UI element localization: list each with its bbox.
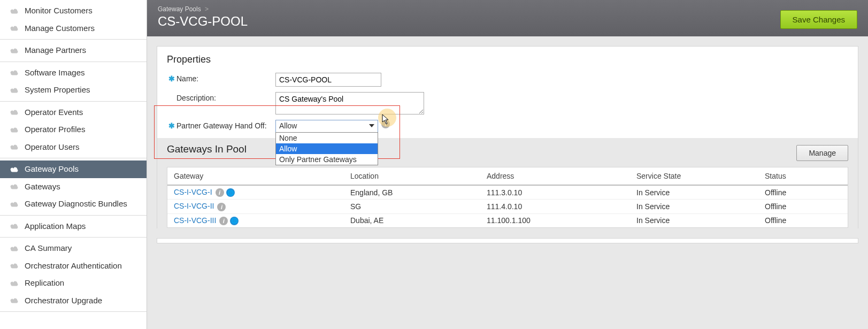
sidebar-item-monitor-customers[interactable]: Monitor Customers [0, 2, 147, 20]
sidebar-item-label: Monitor Customers [25, 5, 93, 17]
cell-service: In Service [630, 213, 758, 227]
cloud-icon [10, 263, 19, 269]
cloud-icon [10, 166, 19, 172]
handoff-select-value: Allow [279, 121, 297, 130]
column-address[interactable]: Address [480, 167, 630, 185]
sidebar-item-gateway-pools[interactable]: Gateway Pools [0, 160, 147, 178]
breadcrumb-root[interactable]: Gateway Pools [158, 5, 201, 13]
sidebar-item-gateways[interactable]: Gateways [0, 178, 147, 196]
cloud-icon [10, 183, 19, 189]
sidebar-item-label: Application Maps [25, 220, 86, 233]
cell-service: In Service [630, 200, 758, 213]
sidebar-item-software-images[interactable]: Software Images [0, 64, 147, 82]
sidebar-item-label: Software Images [25, 67, 85, 79]
cloud-icon [10, 8, 19, 14]
form-row-handoff: ✱ Partner Gateway Hand Off: Allow NoneAl… [167, 120, 848, 133]
description-textarea[interactable] [275, 92, 424, 114]
cloud-icon [10, 297, 19, 303]
cloud-icon [10, 144, 19, 150]
sidebar-item-label: Manage Partners [25, 44, 86, 57]
cloud-icon [10, 280, 19, 286]
manage-button[interactable]: Manage [796, 145, 848, 161]
cell-address: 111.3.0.10 [480, 185, 630, 200]
table-row: CS-I-VCG-IIiSG111.4.0.10In ServiceOfflin… [167, 200, 848, 213]
column-gateway[interactable]: Gateway [167, 167, 344, 185]
form-row-description: ✱ Description: [167, 92, 848, 114]
cloud-icon [10, 223, 19, 229]
column-status[interactable]: Status [758, 167, 848, 185]
form-row-name: ✱ Name: [167, 73, 848, 87]
handoff-dropdown[interactable]: NoneAllowOnly Partner Gateways [275, 132, 378, 165]
cloud-icon [10, 25, 19, 31]
info-icon[interactable]: i [217, 203, 226, 211]
handoff-option-only-partner-gateways[interactable]: Only Partner Gateways [276, 154, 378, 165]
sidebar-item-manage-customers[interactable]: Manage Customers [0, 20, 147, 37]
handoff-option-allow[interactable]: Allow [276, 143, 378, 154]
gateways-table: GatewayLocationAddressService StateStatu… [167, 167, 848, 227]
handoff-option-none[interactable]: None [276, 133, 378, 143]
globe-icon: 🌐 [226, 188, 235, 197]
gateway-link[interactable]: CS-I-VCG-I [174, 188, 212, 196]
main-area: Gateway Pools > CS-VCG-POOL Save Changes… [147, 0, 868, 329]
chevron-down-icon [369, 124, 374, 127]
sidebar-item-manage-partners[interactable]: Manage Partners [0, 42, 147, 59]
cloud-icon [10, 70, 19, 75]
name-label: Name: [176, 73, 275, 83]
gateway-link[interactable]: CS-I-VCG-II [174, 202, 214, 210]
info-icon[interactable]: i [216, 188, 224, 197]
sidebar-item-application-maps[interactable]: Application Maps [0, 218, 147, 235]
sidebar-item-label: Operator Events [25, 106, 83, 119]
globe-icon: 🌐 [230, 217, 239, 225]
name-input[interactable] [275, 73, 381, 87]
column-location[interactable]: Location [344, 167, 480, 185]
cell-status: Offline [758, 213, 848, 227]
required-icon: ✱ [167, 120, 176, 130]
sidebar-item-ca-summary[interactable]: CA Summary [0, 240, 147, 257]
required-icon: ✱ [167, 73, 176, 83]
info-icon[interactable]: i [219, 217, 228, 225]
sidebar-item-operator-profiles[interactable]: Operator Profiles [0, 121, 147, 139]
description-label: Description: [176, 92, 275, 102]
page-title: CS-VCG-POOL [158, 14, 248, 29]
column-service-state[interactable]: Service State [630, 167, 758, 185]
info-icon[interactable]: i [381, 120, 390, 128]
sidebar-item-operator-users[interactable]: Operator Users [0, 139, 147, 156]
cell-location: Dubai, AE [344, 213, 480, 227]
sidebar-item-label: Manage Customers [25, 22, 95, 35]
next-panel [157, 238, 858, 243]
sidebar-item-label: Gateway Pools [25, 163, 79, 175]
sidebar-item-replication[interactable]: Replication [0, 274, 147, 292]
cloud-icon [10, 201, 19, 207]
cloud-icon [10, 127, 19, 133]
save-changes-button[interactable]: Save Changes [780, 10, 857, 29]
cell-service: In Service [630, 185, 758, 200]
sidebar-item-label: System Properties [25, 84, 90, 96]
sidebar-item-label: Operator Users [25, 141, 80, 154]
sidebar-item-label: Operator Profiles [25, 124, 85, 136]
sidebar-item-label: Replication [25, 277, 64, 289]
properties-heading: Properties [167, 54, 848, 65]
breadcrumb-sep: > [205, 5, 209, 13]
sidebar-item-label: Orchestrator Authentication [25, 260, 122, 272]
cell-address: 111.4.0.10 [480, 200, 630, 213]
sidebar-item-gateway-diagnostic-bundles[interactable]: Gateway Diagnostic Bundles [0, 195, 147, 213]
breadcrumb[interactable]: Gateway Pools > [158, 5, 248, 13]
sidebar-item-operator-events[interactable]: Operator Events [0, 104, 147, 121]
cloud-icon [10, 87, 19, 93]
cell-location: England, GB [344, 185, 480, 200]
sidebar-item-orchestrator-upgrade[interactable]: Orchestrator Upgrade [0, 292, 147, 310]
handoff-select[interactable]: Allow [275, 120, 378, 133]
header-bar: Gateway Pools > CS-VCG-POOL Save Changes [147, 0, 868, 36]
handoff-label: Partner Gateway Hand Off: [176, 120, 275, 130]
sidebar-item-system-properties[interactable]: System Properties [0, 81, 147, 99]
cell-status: Offline [758, 185, 848, 200]
cloud-icon [10, 246, 19, 251]
cell-location: SG [344, 200, 480, 213]
gateway-link[interactable]: CS-I-VCG-III [174, 216, 216, 225]
properties-panel: Properties ✱ Name: ✱ Description: ✱ Part… [157, 46, 858, 228]
sidebar-item-label: Orchestrator Upgrade [25, 295, 102, 307]
table-row: CS-I-VCG-Ii🌐England, GB111.3.0.10In Serv… [167, 185, 848, 200]
sidebar: Monitor CustomersManage CustomersManage … [0, 0, 147, 329]
cell-address: 11.100.1.100 [480, 213, 630, 227]
sidebar-item-orchestrator-authentication[interactable]: Orchestrator Authentication [0, 257, 147, 275]
